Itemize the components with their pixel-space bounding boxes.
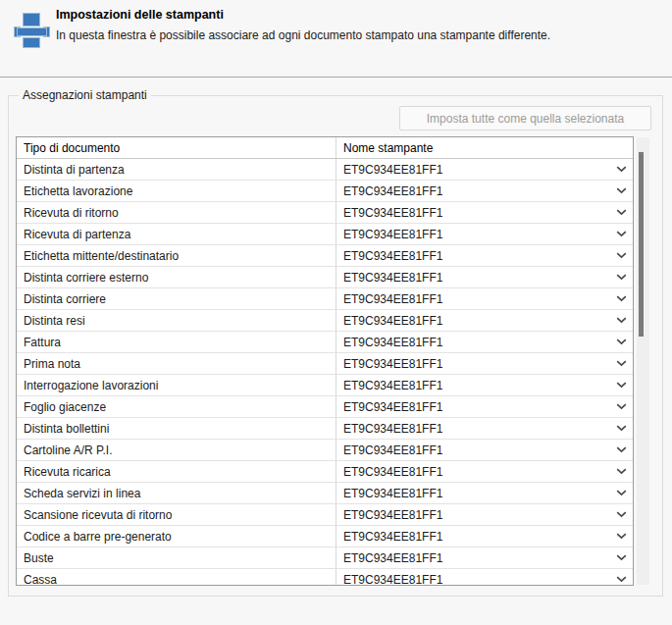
document-type-cell: Distinta corriere esterno bbox=[17, 267, 336, 287]
table-row: Distinta di partenza ET9C934EE81FF1 bbox=[17, 159, 633, 181]
table-row: Distinta bollettini ET9C934EE81FF1 bbox=[17, 418, 633, 440]
table-row: Distinta resi ET9C934EE81FF1 bbox=[17, 310, 633, 332]
printer-select[interactable]: ET9C934EE81FF1 bbox=[336, 483, 633, 503]
printer-select-value: ET9C934EE81FF1 bbox=[343, 379, 442, 392]
document-type-cell: Ricevuta di ritorno bbox=[17, 202, 336, 223]
table-body: Distinta di partenza ET9C934EE81FF1 Etic… bbox=[17, 159, 633, 586]
table-row: Ricevuta di partenza ET9C934EE81FF1 bbox=[17, 224, 633, 245]
printer-icon bbox=[14, 12, 50, 50]
printer-select-value: ET9C934EE81FF1 bbox=[343, 573, 442, 587]
set-all-printers-button[interactable]: Imposta tutte come quella selezionata bbox=[399, 106, 651, 130]
chevron-down-icon bbox=[616, 339, 627, 345]
printer-select[interactable]: ET9C934EE81FF1 bbox=[336, 569, 633, 586]
chevron-down-icon bbox=[616, 274, 627, 281]
table-row: Ricevuta ricarica ET9C934EE81FF1 bbox=[17, 461, 633, 483]
printer-select-value: ET9C934EE81FF1 bbox=[343, 314, 442, 328]
chevron-down-icon bbox=[616, 554, 627, 561]
printer-select-value: ET9C934EE81FF1 bbox=[343, 206, 442, 220]
document-type-cell: Fattura bbox=[17, 332, 336, 352]
scrollbar-thumb[interactable] bbox=[639, 152, 644, 337]
chevron-down-icon bbox=[616, 231, 627, 237]
printer-select[interactable]: ET9C934EE81FF1 bbox=[336, 526, 633, 547]
printer-select[interactable]: ET9C934EE81FF1 bbox=[336, 245, 633, 266]
header-divider bbox=[0, 77, 672, 78]
table-row: Scheda servizi in linea ET9C934EE81FF1 bbox=[17, 483, 633, 504]
printer-select-value: ET9C934EE81FF1 bbox=[343, 249, 442, 263]
table-scrollbar[interactable] bbox=[637, 137, 649, 585]
page-subtitle: In questa finestra è possibile associare… bbox=[56, 28, 660, 42]
printer-select[interactable]: ET9C934EE81FF1 bbox=[336, 461, 633, 482]
printer-select-value: ET9C934EE81FF1 bbox=[343, 422, 442, 436]
chevron-down-icon bbox=[616, 425, 627, 432]
document-type-cell: Distinta bollettini bbox=[17, 418, 336, 439]
table-row: Cartoline A/R P.I. ET9C934EE81FF1 bbox=[17, 440, 633, 461]
printer-select[interactable]: ET9C934EE81FF1 bbox=[336, 159, 633, 180]
table-row: Cassa ET9C934EE81FF1 bbox=[17, 569, 633, 586]
printer-select[interactable]: ET9C934EE81FF1 bbox=[336, 288, 633, 309]
printer-select[interactable]: ET9C934EE81FF1 bbox=[336, 440, 633, 460]
printer-select-value: ET9C934EE81FF1 bbox=[343, 271, 442, 285]
printer-select[interactable]: ET9C934EE81FF1 bbox=[336, 224, 633, 244]
printer-select[interactable]: ET9C934EE81FF1 bbox=[336, 181, 633, 201]
document-type-cell: Prima nota bbox=[17, 353, 336, 374]
table-row: Ricevuta di ritorno ET9C934EE81FF1 bbox=[17, 202, 633, 224]
chevron-down-icon bbox=[616, 446, 627, 453]
chevron-down-icon bbox=[616, 533, 627, 540]
document-type-cell: Ricevuta ricarica bbox=[17, 461, 336, 482]
table-row: Fattura ET9C934EE81FF1 bbox=[17, 332, 633, 353]
printer-select[interactable]: ET9C934EE81FF1 bbox=[336, 504, 633, 525]
printer-select-value: ET9C934EE81FF1 bbox=[343, 357, 442, 371]
printer-select[interactable]: ET9C934EE81FF1 bbox=[336, 310, 633, 331]
chevron-down-icon bbox=[616, 295, 627, 302]
table-row: Buste ET9C934EE81FF1 bbox=[17, 547, 633, 569]
table-header-row: Tipo di documento Nome stampante bbox=[17, 137, 633, 159]
printer-select-value: ET9C934EE81FF1 bbox=[343, 228, 442, 241]
table-row: Etichetta mittente/destinatario ET9C934E… bbox=[17, 245, 633, 267]
printer-select-value: ET9C934EE81FF1 bbox=[343, 400, 442, 414]
group-legend: Assegnazioni stampanti bbox=[19, 88, 151, 102]
document-type-cell: Scheda servizi in linea bbox=[17, 483, 336, 503]
printer-select[interactable]: ET9C934EE81FF1 bbox=[336, 202, 633, 223]
document-type-cell: Cartoline A/R P.I. bbox=[17, 440, 336, 460]
document-type-cell: Etichetta mittente/destinatario bbox=[17, 245, 336, 266]
printer-select[interactable]: ET9C934EE81FF1 bbox=[336, 267, 633, 287]
document-type-cell: Scansione ricevuta di ritorno bbox=[17, 504, 336, 525]
printer-select[interactable]: ET9C934EE81FF1 bbox=[336, 547, 633, 568]
chevron-down-icon bbox=[616, 166, 627, 173]
printer-select-value: ET9C934EE81FF1 bbox=[343, 530, 442, 544]
column-header-document-type: Tipo di documento bbox=[17, 137, 336, 158]
table-row: Prima nota ET9C934EE81FF1 bbox=[17, 353, 633, 375]
printer-select[interactable]: ET9C934EE81FF1 bbox=[336, 353, 633, 374]
document-type-cell: Buste bbox=[17, 547, 336, 568]
chevron-down-icon bbox=[616, 576, 627, 583]
document-type-cell: Foglio giacenze bbox=[17, 396, 336, 417]
document-type-cell: Etichetta lavorazione bbox=[17, 181, 336, 201]
page-header: Impostazioni delle stampanti In questa f… bbox=[0, 0, 672, 77]
table-row: Distinta corriere ET9C934EE81FF1 bbox=[17, 288, 633, 310]
printer-select-value: ET9C934EE81FF1 bbox=[343, 487, 442, 500]
chevron-down-icon bbox=[616, 403, 627, 410]
chevron-down-icon bbox=[616, 511, 627, 518]
page-title: Impostazioni delle stampanti bbox=[56, 8, 660, 22]
printer-select-value: ET9C934EE81FF1 bbox=[343, 163, 442, 177]
printer-select[interactable]: ET9C934EE81FF1 bbox=[336, 375, 633, 395]
table-row: Scansione ricevuta di ritorno ET9C934EE8… bbox=[17, 504, 633, 526]
document-type-cell: Ricevuta di partenza bbox=[17, 224, 336, 244]
document-type-cell: Distinta resi bbox=[17, 310, 336, 331]
printer-select[interactable]: ET9C934EE81FF1 bbox=[336, 332, 633, 352]
table-row: Interrogazione lavorazioni ET9C934EE81FF… bbox=[17, 375, 633, 396]
printer-select-value: ET9C934EE81FF1 bbox=[343, 292, 442, 306]
chevron-down-icon bbox=[616, 360, 627, 367]
document-type-cell: Cassa bbox=[17, 569, 336, 586]
printer-select[interactable]: ET9C934EE81FF1 bbox=[336, 396, 633, 417]
table-row: Codice a barre pre-generato ET9C934EE81F… bbox=[17, 526, 633, 547]
chevron-down-icon bbox=[616, 468, 627, 475]
document-type-cell: Interrogazione lavorazioni bbox=[17, 375, 336, 395]
chevron-down-icon bbox=[616, 382, 627, 389]
printer-select-value: ET9C934EE81FF1 bbox=[343, 508, 442, 522]
document-type-cell: Distinta corriere bbox=[17, 288, 336, 309]
table-row: Distinta corriere esterno ET9C934EE81FF1 bbox=[17, 267, 633, 288]
printer-select-value: ET9C934EE81FF1 bbox=[343, 443, 442, 457]
printer-select[interactable]: ET9C934EE81FF1 bbox=[336, 418, 633, 439]
chevron-down-icon bbox=[616, 187, 627, 194]
